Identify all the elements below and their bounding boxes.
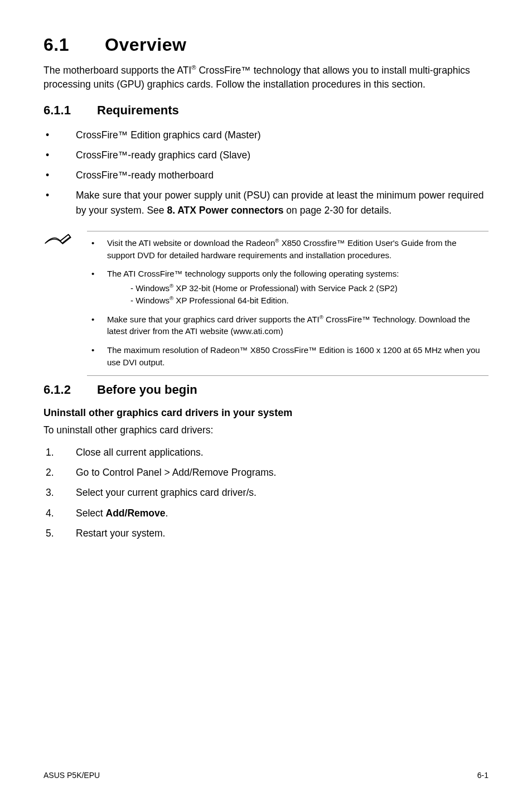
- step-item: Go to Control Panel > Add/Remove Program…: [43, 465, 489, 480]
- step4-post: .: [165, 508, 168, 519]
- list-item: Make sure that your power supply unit (P…: [43, 188, 489, 218]
- footer-right: 6-1: [477, 771, 489, 780]
- note-item: Visit the ATI website or download the Ra…: [87, 237, 486, 262]
- subsection-611-title: 6.1.1Requirements: [43, 103, 489, 118]
- pencil-note-icon: [43, 233, 72, 251]
- subsection-611-number: 6.1.1: [43, 103, 97, 118]
- note1-pre: Visit the ATI website or download the Ra…: [107, 238, 275, 248]
- page-footer: ASUS P5K/EPU 6-1: [43, 760, 489, 780]
- note-item: The ATI CrossFire™ technology supports o…: [87, 268, 486, 306]
- note-sub-item: - Windows® XP 32-bit (Home or Profession…: [130, 282, 486, 294]
- note2-text: The ATI CrossFire™ technology supports o…: [107, 269, 399, 278]
- bullet4-bold: 8. ATX Power connectors: [167, 205, 283, 216]
- step4-bold: Add/Remove: [106, 508, 166, 519]
- step-item: Select Add/Remove.: [43, 506, 489, 520]
- intro-pre: The motherboard supports the ATI: [43, 65, 191, 76]
- subsection-611-text: Requirements: [97, 103, 179, 117]
- step-item: Select your current graphics card driver…: [43, 485, 489, 500]
- registered-mark: ®: [320, 314, 323, 320]
- list-item: CrossFire™-ready motherboard: [43, 168, 489, 182]
- registered-mark: ®: [191, 64, 196, 71]
- note-block: Visit the ATI website or download the Ra…: [43, 231, 489, 376]
- note-item: The maximum resolution of Radeon™ X850 C…: [87, 344, 486, 369]
- note-content: Visit the ATI website or download the Ra…: [87, 231, 489, 376]
- section-title: 6.1Overview: [43, 35, 489, 55]
- section-number: 6.1: [43, 35, 105, 55]
- list-item: CrossFire™ Edition graphics card (Master…: [43, 128, 489, 142]
- requirements-list: CrossFire™ Edition graphics card (Master…: [43, 128, 489, 218]
- note3-pre: Make sure that your graphics card driver…: [107, 315, 320, 324]
- note-item: Make sure that your graphics card driver…: [87, 313, 486, 338]
- subsection-612-title: 6.1.2Before you begin: [43, 383, 489, 397]
- subsection-612-text: Before you begin: [97, 383, 197, 397]
- step-item: Restart your system.: [43, 526, 489, 540]
- section-title-text: Overview: [105, 35, 186, 55]
- note-icon: [43, 231, 72, 376]
- step-item: Close all current applications.: [43, 445, 489, 460]
- note-sublist: - Windows® XP 32-bit (Home or Profession…: [107, 282, 486, 307]
- list-item: CrossFire™-ready graphics card (Slave): [43, 148, 489, 162]
- uninstall-lead: To uninstall other graphics card drivers…: [43, 423, 489, 437]
- subsection-612-number: 6.1.2: [43, 383, 97, 397]
- section-intro: The motherboard supports the ATI® CrossF…: [43, 63, 489, 92]
- step4-pre: Select: [76, 508, 106, 519]
- footer-left: ASUS P5K/EPU: [43, 771, 100, 780]
- note-sub-item: - Windows® XP Professional 64-bit Editio…: [130, 294, 486, 307]
- bullet4-post: on page 2-30 for details.: [283, 205, 391, 216]
- uninstall-heading: Uninstall other graphics card drivers in…: [43, 407, 489, 419]
- uninstall-steps: Close all current applications. Go to Co…: [43, 445, 489, 540]
